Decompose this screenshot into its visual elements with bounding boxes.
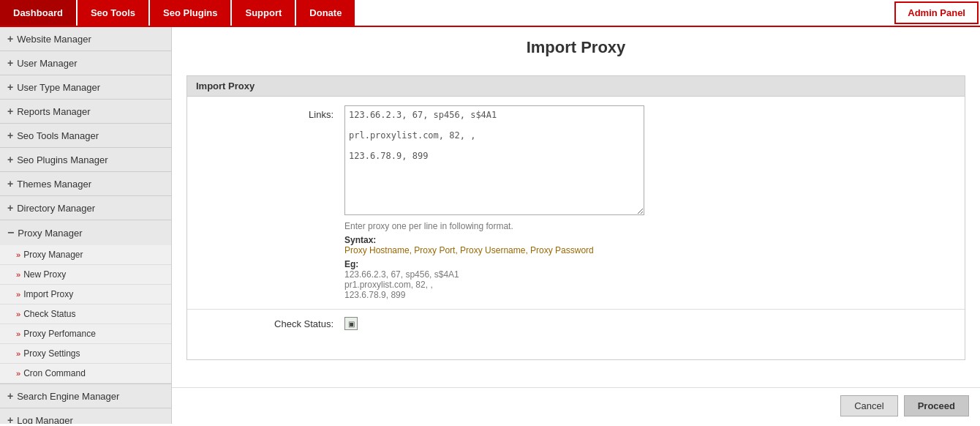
nav-support[interactable]: Support xyxy=(232,0,295,26)
sidebar-group-search-engine-manager: + Search Engine Manager xyxy=(0,384,171,408)
plus-icon: + xyxy=(7,57,13,69)
sidebar-item-website-manager[interactable]: + Website Manager xyxy=(0,27,171,51)
cancel-button[interactable]: Cancel xyxy=(840,395,897,416)
sidebar-item-label: Website Manager xyxy=(17,34,91,45)
subitem-label: Proxy Settings xyxy=(23,348,80,359)
sidebar-item-label: User Manager xyxy=(17,58,77,69)
sidebar-item-directory-manager[interactable]: + Directory Manager xyxy=(0,196,171,220)
sidebar-item-seo-tools-manager[interactable]: + Seo Tools Manager xyxy=(0,124,171,147)
arrows-icon: » xyxy=(16,329,20,338)
nav-spacer xyxy=(356,0,893,26)
nav-seo-tools[interactable]: Seo Tools xyxy=(78,0,148,26)
syntax-value: Proxy Hostname, Proxy Port, Proxy Userna… xyxy=(344,245,954,255)
sidebar-group-themes-manager: + Themes Manager xyxy=(0,172,171,196)
links-row: Links: Enter proxy one per line in follo… xyxy=(187,97,965,310)
proceed-button[interactable]: Proceed xyxy=(904,395,969,416)
links-label: Links: xyxy=(198,105,344,120)
sidebar-item-label: User Type Manager xyxy=(17,82,100,93)
sidebar-subitem-proxy-manager[interactable]: » Proxy Manager xyxy=(0,245,171,265)
sidebar-item-label: Proxy Manager xyxy=(18,228,82,239)
sidebar-item-label: Search Engine Manager xyxy=(17,391,119,402)
subitem-label: New Proxy xyxy=(23,269,66,280)
eg-label: Eg: xyxy=(344,259,954,269)
nav-seo-plugins[interactable]: Seo Plugins xyxy=(150,0,230,26)
arrows-icon: » xyxy=(16,310,20,318)
sidebar-subitem-cron-command[interactable]: » Cron Command xyxy=(0,364,171,384)
nav-donate[interactable]: Donate xyxy=(296,0,355,26)
subitem-label: Proxy Manager xyxy=(23,250,83,260)
syntax-label: Syntax: xyxy=(344,235,954,245)
sidebar-item-label: Reports Manager xyxy=(17,106,90,117)
sidebar-group-reports-manager: + Reports Manager xyxy=(0,100,171,124)
sidebar-item-themes-manager[interactable]: + Themes Manager xyxy=(0,172,171,195)
form-panel-header: Import Proxy xyxy=(187,76,965,97)
sidebar-item-label: Seo Tools Manager xyxy=(17,130,99,141)
arrows-icon: » xyxy=(16,349,20,358)
sidebar-item-reports-manager[interactable]: + Reports Manager xyxy=(0,100,171,123)
plus-icon: + xyxy=(7,202,13,214)
sidebar-subitem-proxy-performance[interactable]: » Proxy Perfomance xyxy=(0,324,171,344)
plus-icon: + xyxy=(7,414,13,424)
sidebar-group-seo-plugins-manager: + Seo Plugins Manager xyxy=(0,148,171,172)
sidebar-item-seo-plugins-manager[interactable]: + Seo Plugins Manager xyxy=(0,148,171,171)
sidebar-item-label: Seo Plugins Manager xyxy=(17,154,108,165)
plus-icon: + xyxy=(7,105,13,117)
proxy-textarea[interactable] xyxy=(344,105,644,215)
plus-icon: + xyxy=(7,154,13,165)
sidebar-subitem-import-proxy[interactable]: » Import Proxy xyxy=(0,285,171,304)
sidebar-item-label: Themes Manager xyxy=(17,179,91,190)
plus-icon: + xyxy=(7,390,13,402)
links-content: Enter proxy one per line in following fo… xyxy=(344,105,954,300)
check-status-label: Check Status: xyxy=(198,318,344,329)
sidebar-subitem-proxy-settings[interactable]: » Proxy Settings xyxy=(0,344,171,364)
check-status-row: Check Status: ▣ xyxy=(187,310,965,337)
eg-line1: 123.66.2.3, 67, sp456, s$4A1 xyxy=(344,269,954,280)
plus-icon: + xyxy=(7,178,13,190)
subitem-label: Proxy Perfomance xyxy=(23,329,96,339)
main-content: Import Proxy Import Proxy Links: Enter p… xyxy=(172,27,980,424)
sidebar-group-seo-tools-manager: + Seo Tools Manager xyxy=(0,124,171,148)
plus-icon: + xyxy=(7,81,13,93)
outer-container: + Website Manager + User Manager + User … xyxy=(0,27,980,424)
sidebar-group-log-manager: + Log Manager xyxy=(0,408,171,424)
sidebar-group-user-manager: + User Manager xyxy=(0,51,171,75)
sidebar-group-proxy-manager: − Proxy Manager » Proxy Manager » New Pr… xyxy=(0,220,171,384)
page-title: Import Proxy xyxy=(186,38,965,64)
top-nav: Dashboard Seo Tools Seo Plugins Support … xyxy=(0,0,980,27)
sidebar-item-label: Log Manager xyxy=(17,415,73,425)
sidebar-subitem-check-status[interactable]: » Check Status xyxy=(0,304,171,324)
subitem-label: Import Proxy xyxy=(23,289,73,299)
bottom-bar: Cancel Proceed xyxy=(172,387,980,424)
admin-panel-button[interactable]: Admin Panel xyxy=(894,1,979,24)
arrows-icon: » xyxy=(16,369,20,378)
sidebar-item-proxy-manager-header[interactable]: − Proxy Manager xyxy=(0,220,171,245)
sidebar-group-directory-manager: + Directory Manager xyxy=(0,196,171,220)
layout: + Website Manager + User Manager + User … xyxy=(0,27,980,424)
sidebar-item-search-engine-manager[interactable]: + Search Engine Manager xyxy=(0,384,171,408)
plus-icon: + xyxy=(7,33,13,45)
subitem-label: Check Status xyxy=(23,309,75,319)
sidebar-group-user-type-manager: + User Type Manager xyxy=(0,75,171,100)
subitem-label: Cron Command xyxy=(23,368,86,378)
check-status-checkbox-cell: ▣ xyxy=(344,317,358,330)
eg-line2: pr1.proxylist.com, 82, , xyxy=(344,280,954,290)
arrows-icon: » xyxy=(16,270,20,279)
sidebar-group-website-manager: + Website Manager xyxy=(0,27,171,51)
checkbox-icon[interactable]: ▣ xyxy=(344,317,358,330)
sidebar-item-user-manager[interactable]: + User Manager xyxy=(0,51,171,75)
arrows-icon: » xyxy=(16,290,20,299)
sidebar-item-user-type-manager[interactable]: + User Type Manager xyxy=(0,75,171,99)
sidebar-subitem-new-proxy[interactable]: » New Proxy xyxy=(0,265,171,285)
empty-row xyxy=(187,337,965,359)
plus-icon: + xyxy=(7,130,13,141)
eg-line3: 123.6.78.9, 899 xyxy=(344,290,954,300)
sidebar-item-log-manager[interactable]: + Log Manager xyxy=(0,408,171,424)
sidebar-item-label: Directory Manager xyxy=(17,203,95,214)
sidebar: + Website Manager + User Manager + User … xyxy=(0,27,172,424)
arrows-icon: » xyxy=(16,250,20,259)
hint-text: Enter proxy one per line in following fo… xyxy=(344,221,954,231)
nav-dashboard[interactable]: Dashboard xyxy=(0,0,76,26)
form-panel: Import Proxy Links: Enter proxy one per … xyxy=(186,75,965,360)
minus-icon: − xyxy=(7,226,14,239)
